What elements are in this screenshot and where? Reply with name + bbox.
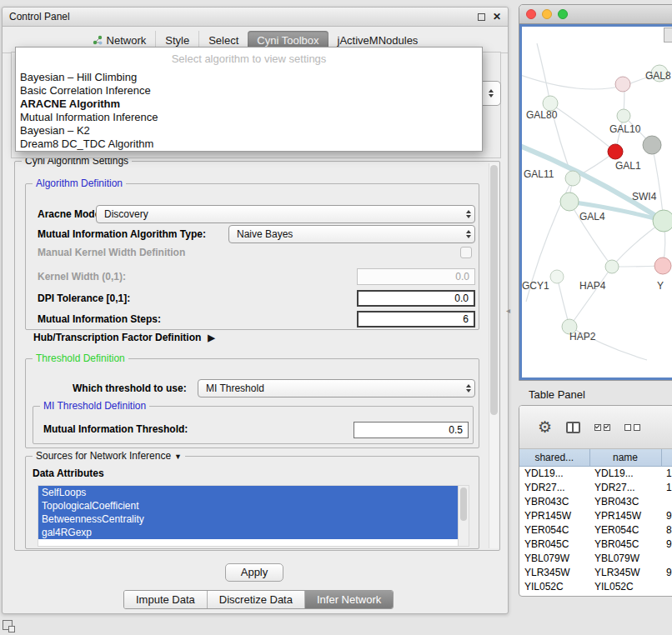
algorithm-option[interactable]: Bayesian – K2 — [16, 124, 482, 138]
table-cell: YBR043C — [589, 494, 661, 508]
network-node[interactable] — [615, 77, 630, 92]
mi-steps-label: Mutual Information Steps: — [38, 310, 161, 328]
table-row[interactable]: YLR345WYLR345W9. — [519, 565, 672, 579]
column-header[interactable] — [661, 449, 672, 466]
table-panel-window: ⚙ shared...name YDL19...YDL19...13YDR27.… — [519, 405, 672, 597]
table-cell: YIL052C — [589, 579, 661, 593]
tab-select-label: Select — [208, 34, 238, 47]
table-cell — [661, 494, 672, 508]
cyni-algorithm-settings-group: Cyni Algorithm Settings Algorithm Defini… — [14, 161, 500, 551]
hub-tf-definition-toggle[interactable]: Hub/Transcription Factor Definition ▶ — [33, 331, 215, 344]
network-node[interactable] — [560, 192, 579, 211]
network-edge — [537, 43, 550, 103]
network-node[interactable] — [643, 136, 661, 154]
network-node[interactable] — [608, 144, 623, 159]
algorithm-option[interactable]: Bayesian – Hill Climbing — [16, 71, 482, 84]
column-header[interactable]: name — [589, 449, 661, 466]
sources-group-title[interactable]: Sources for Network Inference▼ — [33, 450, 185, 462]
minimize-traffic-light[interactable] — [542, 9, 552, 19]
tab-discretize-data[interactable]: Discretize Data — [207, 591, 304, 608]
table-row[interactable]: YIL052CYIL052C — [519, 579, 672, 593]
column-header[interactable]: shared... — [519, 449, 589, 466]
float-window-icon[interactable] — [478, 13, 485, 21]
gear-icon[interactable]: ⚙ — [538, 419, 552, 436]
combo-stepper-icon — [462, 384, 474, 392]
manual-kernel-checkbox[interactable] — [460, 247, 472, 258]
table-panel-title: Table Panel — [529, 388, 585, 401]
table-row[interactable]: YDR27...YDR27...12 — [519, 480, 672, 494]
data-attribute-item[interactable]: TopologicalCoefficient — [38, 499, 458, 512]
algorithm-option[interactable]: Dream8 DC_TDC Algorithm — [16, 138, 482, 151]
combo-stepper-icon — [484, 89, 497, 98]
kernel-width-field[interactable] — [357, 268, 475, 285]
table-cell: YER054C — [519, 522, 589, 537]
table-row[interactable]: YBR045CYBR045C9. — [519, 537, 672, 551]
tab-network-label: Network — [107, 34, 147, 47]
table-cell: YPR145W — [589, 508, 661, 522]
network-node[interactable] — [550, 270, 564, 283]
table-row[interactable]: YER054CYER054C8. — [519, 522, 672, 537]
split-pane-collapse-button[interactable]: ◂ — [506, 307, 510, 315]
close-icon[interactable]: ✕ — [493, 12, 501, 22]
tab-infer-network[interactable]: Infer Network — [304, 591, 393, 608]
aracne-mode-combobox[interactable]: Discovery — [96, 205, 475, 223]
threshold-definition-group: Threshold Definition Which threshold to … — [25, 358, 479, 448]
network-node[interactable] — [605, 260, 619, 273]
data-attribute-item[interactable]: BetweennessCentrality — [38, 512, 458, 526]
aracne-mode-value: Discovery — [97, 206, 462, 222]
data-attributes-label: Data Attributes — [33, 467, 104, 480]
mi-type-combobox[interactable]: Naive Bayes — [228, 225, 475, 243]
data-attributes-list: SelfLoopsTopologicalCoefficientBetweenne… — [38, 485, 469, 547]
unselect-all-columns-icon[interactable] — [624, 424, 640, 431]
network-window-titlebar — [519, 5, 672, 24]
collapse-down-icon: ▼ — [174, 452, 182, 461]
tab-style-label: Style — [165, 34, 189, 47]
algorithm-option[interactable]: ARACNE Algorithm — [16, 98, 482, 111]
close-traffic-light[interactable] — [526, 9, 536, 19]
network-node[interactable] — [617, 109, 630, 122]
table-row[interactable]: YDL19...YDL19...13 — [519, 466, 672, 480]
table-cell: YLR345W — [589, 565, 661, 579]
table-row[interactable]: YBR043CYBR043C — [519, 494, 672, 508]
algorithm-option[interactable]: Basic Correlation Inference — [16, 84, 482, 98]
network-node[interactable] — [654, 258, 671, 274]
attributes-scrollbar[interactable] — [458, 486, 469, 546]
apply-button[interactable]: Apply — [225, 563, 283, 582]
network-canvas[interactable]: GAL8GAL80GAL10GAL1GAL11SWI4GAL4GCY1HAP4Y… — [519, 24, 672, 380]
mi-threshold-field[interactable] — [354, 422, 469, 438]
show-columns-icon[interactable] — [566, 422, 580, 433]
table-cell — [661, 579, 672, 593]
algorithm-definition-title: Algorithm Definition — [33, 178, 126, 189]
which-threshold-combobox[interactable]: MI Threshold — [198, 379, 475, 398]
network-node[interactable] — [653, 210, 672, 232]
network-toolbar-fragment[interactable] — [664, 28, 672, 42]
data-attribute-item[interactable]: gal4RGexp — [38, 526, 458, 539]
table-cell — [661, 551, 672, 565]
settings-scrollbar[interactable] — [489, 163, 499, 548]
node-label: GAL80 — [526, 109, 558, 121]
table-cell: YBR045C — [589, 537, 661, 551]
table-row[interactable]: YBL079WYBL079W — [519, 551, 672, 565]
mi-type-value: Naive Bayes — [229, 226, 462, 242]
node-label: GAL10 — [609, 123, 641, 135]
dock-panel-icon[interactable] — [3, 620, 13, 630]
table-cell: YER054C — [589, 522, 661, 537]
network-edge — [550, 103, 615, 152]
network-node[interactable] — [565, 171, 580, 186]
dpi-tolerance-field[interactable] — [357, 290, 475, 307]
algorithm-option[interactable]: Mutual Information Inference — [16, 111, 482, 124]
zoom-traffic-light[interactable] — [558, 9, 568, 19]
table-cell: YBR045C — [519, 537, 589, 551]
mi-steps-field[interactable] — [357, 311, 475, 328]
tab-impute-data[interactable]: Impute Data — [124, 591, 207, 608]
data-attribute-item[interactable]: SelfLoops — [38, 486, 458, 499]
desktop: Control Panel ✕ Network Style Select Cyn… — [0, 0, 672, 635]
tab-cyni-toolbox-label: Cyni Toolbox — [257, 34, 318, 47]
dropdown-placeholder: Select algorithm to view settings — [16, 48, 482, 71]
select-all-columns-icon[interactable] — [594, 424, 610, 431]
algorithm-dropdown: Select algorithm to view settings Bayesi… — [15, 47, 483, 152]
table-cell: 9. — [661, 537, 672, 551]
mi-threshold-label: Mutual Information Threshold: — [43, 420, 188, 438]
table-row[interactable]: YPR145WYPR145W9. — [519, 508, 672, 522]
sources-group: Sources for Network Inference▼ Data Attr… — [25, 456, 479, 549]
